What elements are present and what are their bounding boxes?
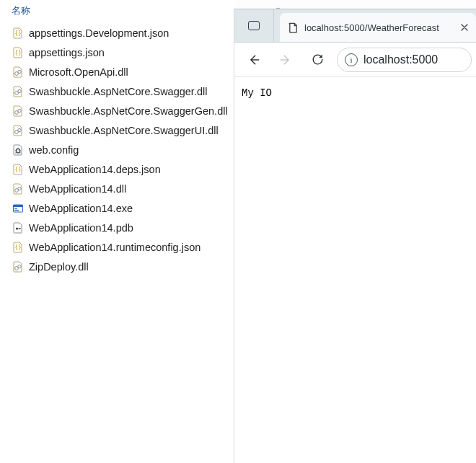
- exe-file-icon: [12, 203, 24, 214]
- json-file-icon: {}: [12, 242, 24, 253]
- tab-close-button[interactable]: [459, 22, 470, 33]
- svg-rect-16: [14, 208, 17, 209]
- browser-tab[interactable]: localhost:5000/WeatherForecast: [280, 13, 476, 42]
- file-row[interactable]: WebApplication14.dll: [12, 179, 234, 198]
- file-name: Swashbuckle.AspNetCore.SwaggerUI.dll: [29, 125, 219, 136]
- dll-file-icon: [12, 125, 24, 136]
- arrow-right-icon: [278, 53, 293, 67]
- file-row[interactable]: {}appsettings.json: [12, 43, 234, 62]
- page-favicon-icon: [287, 22, 299, 33]
- pdb-file-icon: [12, 222, 24, 234]
- file-name: WebApplication14.deps.json: [29, 164, 161, 175]
- file-name: WebApplication14.pdb: [29, 222, 133, 234]
- file-row[interactable]: Swashbuckle.AspNetCore.SwaggerUI.dll: [12, 120, 234, 140]
- svg-point-18: [16, 227, 18, 229]
- forward-button: [270, 45, 301, 74]
- address-bar[interactable]: i localhost:5000: [337, 48, 472, 72]
- svg-rect-17: [14, 210, 19, 211]
- reload-icon: [311, 53, 325, 66]
- json-file-icon: {}: [12, 164, 24, 175]
- file-row[interactable]: {}WebApplication14.runtimeconfig.json: [12, 237, 234, 257]
- tab-strip: localhost:5000/WeatherForecast: [234, 9, 476, 43]
- file-row[interactable]: ZipDeploy.dll: [12, 257, 234, 276]
- dll-file-icon: [12, 66, 24, 78]
- file-row[interactable]: {}appsettings.Development.json: [12, 23, 234, 43]
- svg-text:{}: {}: [14, 50, 22, 56]
- browser-window: localhost:5000/WeatherForecast i localho…: [234, 9, 476, 463]
- tab-actions-button[interactable]: [234, 9, 274, 42]
- file-list: {}appsettings.Development.json{}appsetti…: [0, 23, 234, 276]
- file-name: appsettings.json: [29, 47, 105, 58]
- svg-text:{}: {}: [14, 30, 22, 37]
- file-name: appsettings.Development.json: [29, 27, 169, 39]
- address-url: localhost:5000: [363, 53, 438, 66]
- tab-title: localhost:5000/WeatherForecast: [304, 22, 453, 33]
- back-button[interactable]: [239, 45, 269, 74]
- file-name: Swashbuckle.AspNetCore.SwaggerGen.dll: [29, 105, 228, 117]
- dll-file-icon: [12, 261, 24, 273]
- file-explorer-pane: 名称 {}appsettings.Development.json{}appse…: [0, 0, 234, 463]
- window-icon: [248, 21, 260, 30]
- file-row[interactable]: {}WebApplication14.deps.json: [12, 159, 234, 179]
- svg-rect-15: [14, 205, 23, 207]
- file-name: Microsoft.OpenApi.dll: [29, 66, 128, 78]
- file-row[interactable]: web.config: [12, 140, 234, 159]
- cfg-file-icon: [12, 144, 24, 156]
- file-row[interactable]: WebApplication14.exe: [12, 198, 234, 218]
- file-row[interactable]: Swashbuckle.AspNetCore.Swagger.dll: [12, 81, 234, 101]
- json-file-icon: {}: [12, 47, 24, 58]
- page-content: My IO: [234, 77, 476, 109]
- svg-text:{}: {}: [14, 244, 22, 251]
- json-file-icon: {}: [12, 27, 24, 39]
- file-name: WebApplication14.runtimeconfig.json: [29, 242, 200, 253]
- dll-file-icon: [12, 105, 24, 117]
- file-row[interactable]: Swashbuckle.AspNetCore.SwaggerGen.dll: [12, 101, 234, 120]
- site-info-icon[interactable]: i: [345, 53, 358, 66]
- dll-file-icon: [12, 86, 24, 97]
- file-name: Swashbuckle.AspNetCore.Swagger.dll: [29, 86, 207, 97]
- svg-text:{}: {}: [14, 167, 22, 173]
- nav-toolbar: i localhost:5000: [234, 43, 476, 77]
- column-header-name[interactable]: 名称: [0, 3, 234, 23]
- file-row[interactable]: Microsoft.OpenApi.dll: [12, 62, 234, 81]
- dll-file-icon: [12, 183, 24, 195]
- file-row[interactable]: WebApplication14.pdb: [12, 218, 234, 237]
- reload-button[interactable]: [302, 45, 332, 74]
- close-icon: [461, 24, 468, 31]
- file-name: WebApplication14.dll: [29, 183, 126, 195]
- svg-rect-19: [18, 228, 20, 229]
- file-name: ZipDeploy.dll: [29, 261, 89, 273]
- file-name: WebApplication14.exe: [29, 203, 133, 214]
- file-name: web.config: [29, 144, 79, 156]
- arrow-left-icon: [247, 53, 261, 67]
